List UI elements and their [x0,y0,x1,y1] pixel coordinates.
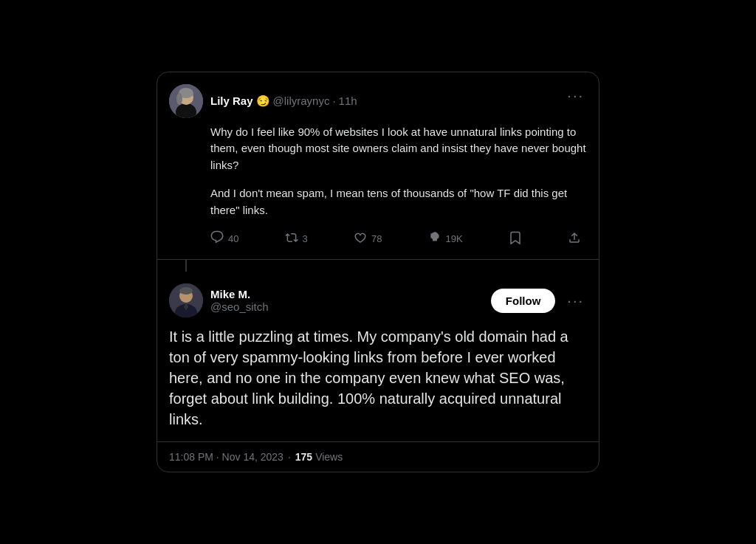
tweet-2: Mike M. @seo_sitch Follow ··· It is a li… [157,272,599,441]
tweet-1-actions: 40 3 78 [205,227,587,250]
svg-rect-5 [430,233,433,238]
tweet-2-header-left: Mike M. @seo_sitch [169,283,269,317]
share-icon [568,231,581,247]
share-action[interactable] [562,228,587,249]
tweet-1-body: Why do I feel like 90% of websites I loo… [210,124,587,219]
views-icon [428,231,441,247]
tweet-2-user-info: Mike M. @seo_sitch [210,288,269,313]
svg-point-4 [176,93,182,105]
retweet-icon [285,231,298,247]
views-label-footer: Views [315,451,343,463]
views-action[interactable]: 19K [422,228,469,249]
tweet-1: Lily Ray 😏 @lilyraynyc · 11h ··· Why do … [157,72,599,261]
tweet-2-handle[interactable]: @seo_sitch [210,300,269,313]
tweet-card: Lily Ray 😏 @lilyraynyc · 11h ··· Why do … [157,72,599,473]
like-icon [354,231,367,247]
retweet-action[interactable]: 3 [279,228,314,249]
views-count-footer: 175 [295,451,312,463]
avatar-lily[interactable] [169,84,203,118]
tweet-1-separator: · [332,94,335,107]
avatar-mike[interactable] [169,283,203,317]
follow-button[interactable]: Follow [491,289,556,313]
svg-point-12 [179,287,193,295]
thread-line [185,260,187,272]
comment-icon [210,230,224,247]
bookmark-icon [509,231,522,247]
tweet-1-emoji: 😏 [256,94,270,108]
footer-dot: · [288,451,291,463]
tweet-footer: 11:08 PM · Nov 14, 2023 · 175 Views [157,441,599,472]
tweet-2-header: Mike M. @seo_sitch Follow ··· [169,283,587,317]
tweet-1-user-info: Lily Ray 😏 @lilyraynyc · 11h [210,94,357,108]
views-count: 19K [446,233,463,244]
tweet-1-handle[interactable]: @lilyraynyc [273,94,330,107]
tweet-1-header: Lily Ray 😏 @lilyraynyc · 11h ··· [169,84,587,118]
footer-meta: 11:08 PM · Nov 14, 2023 · 175 Views [169,451,587,463]
tweet-1-name-row: Lily Ray 😏 @lilyraynyc · 11h [210,94,357,108]
tweet-timestamp: 11:08 PM · Nov 14, 2023 [169,451,284,463]
tweet-2-more-button[interactable]: ··· [564,289,587,312]
retweet-count: 3 [303,233,308,244]
tweet-2-header-right: Follow ··· [491,289,587,313]
tweet-1-time: 11h [339,94,357,107]
comment-action[interactable]: 40 [205,227,244,250]
svg-rect-7 [437,235,439,238]
tweet-1-username[interactable]: Lily Ray [210,94,253,107]
tweet-1-header-left: Lily Ray 😏 @lilyraynyc · 11h [169,84,357,118]
tweet-2-username[interactable]: Mike M. [210,288,269,300]
comment-count: 40 [228,233,238,244]
like-count: 78 [371,233,382,244]
tweet-1-more-button[interactable]: ··· [564,84,587,107]
like-action[interactable]: 78 [348,228,388,249]
svg-rect-6 [433,233,436,238]
bookmark-action[interactable] [503,228,528,249]
tweet-1-body-line2: And I don't mean spam, I mean tens of th… [210,185,587,218]
tweet-1-body-line1: Why do I feel like 90% of websites I loo… [210,124,587,174]
tweet-2-body: It is a little puzzling at times. My com… [169,326,587,441]
